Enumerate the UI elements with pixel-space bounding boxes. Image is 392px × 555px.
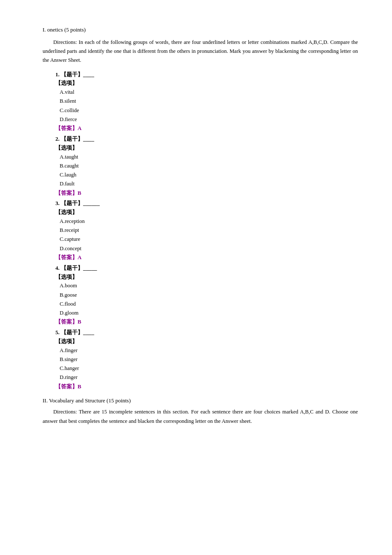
- question-5-xuanxiang: 【选项】: [55, 337, 358, 346]
- question-1-xuanxiang: 【选项】: [55, 79, 358, 88]
- question-1-num: 1. 【题干】____: [55, 70, 358, 79]
- question-3-num: 3. 【题干】______: [55, 199, 358, 208]
- section-i-directions: Directions: In each of the following gro…: [43, 38, 358, 65]
- question-1-option-1: A.vital: [60, 88, 358, 97]
- section-ii-directions: Directions: There are 15 incomplete sent…: [43, 408, 358, 426]
- question-4-option-4: D.gloom: [60, 309, 358, 318]
- section-ii-title: II. Vocabulary and Structure (15 points): [43, 396, 358, 405]
- question-4-option-2: B.goose: [60, 291, 358, 300]
- question-2-option-1: A.taught: [60, 153, 358, 162]
- question-2-xuanxiang: 【选项】: [55, 144, 358, 153]
- question-3-option-3: C.capture: [60, 235, 358, 244]
- question-1: 1. 【题干】____【选项】A.vitalB.silentC.collideD…: [55, 70, 358, 133]
- question-2-num: 2. 【题干】____: [55, 135, 358, 144]
- question-1-option-3: C.collide: [60, 106, 358, 115]
- question-5-daan: 【答案】B: [55, 382, 358, 391]
- question-5-option-3: C.hanger: [60, 364, 358, 373]
- questions-container: 1. 【题干】____【选项】A.vitalB.silentC.collideD…: [43, 70, 358, 391]
- question-4-option-3: C.flood: [60, 300, 358, 309]
- question-4-num: 4. 【题干】_____: [55, 264, 358, 273]
- question-3-xuanxiang: 【选项】: [55, 208, 358, 217]
- question-3-option-4: D.concept: [60, 244, 358, 253]
- section-i-title: I. onetics (5 points): [43, 26, 358, 35]
- question-3-option-1: A.reception: [60, 217, 358, 226]
- question-5-option-1: A.finger: [60, 346, 358, 355]
- question-2: 2. 【题干】____【选项】A.taughtB.caughtC.laughD.…: [55, 135, 358, 197]
- question-1-option-4: D.fierce: [60, 115, 358, 124]
- question-2-option-2: B.caught: [60, 162, 358, 171]
- question-5-option-4: D.ringer: [60, 373, 358, 382]
- question-3: 3. 【题干】______【选项】A.receptionB.receiptC.c…: [55, 199, 358, 262]
- question-1-option-2: B.silent: [60, 97, 358, 106]
- question-2-option-4: D.fault: [60, 179, 358, 188]
- question-3-option-2: B.receipt: [60, 226, 358, 235]
- question-4: 4. 【题干】_____【选项】A.boomB.gooseC.floodD.gl…: [55, 264, 358, 327]
- question-5-option-2: B.singer: [60, 355, 358, 364]
- question-3-daan: 【答案】A: [55, 253, 358, 262]
- question-1-daan: 【答案】A: [55, 124, 358, 133]
- question-4-option-1: A.boom: [60, 281, 358, 290]
- question-2-option-3: C.laugh: [60, 171, 358, 179]
- question-5: 5. 【题干】____【选项】A.fingerB.singerC.hangerD…: [55, 328, 358, 391]
- question-2-daan: 【答案】B: [55, 189, 358, 198]
- question-4-xuanxiang: 【选项】: [55, 273, 358, 282]
- question-5-num: 5. 【题干】____: [55, 328, 358, 337]
- question-4-daan: 【答案】B: [55, 318, 358, 327]
